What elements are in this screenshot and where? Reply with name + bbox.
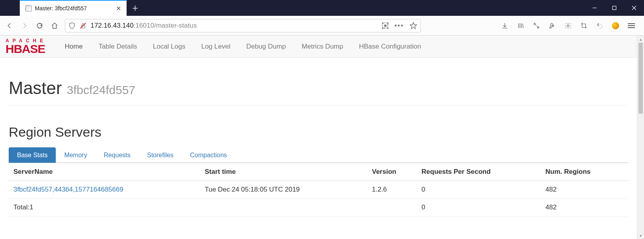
svg-rect-6: [382, 22, 384, 24]
cell-rps: 0: [418, 181, 542, 199]
extension-icon[interactable]: [612, 22, 619, 30]
bookmark-star-icon[interactable]: [409, 22, 417, 30]
total-regions: 482: [542, 199, 628, 216]
server-link[interactable]: 3fbcf24fd557,44364,1577164685669: [13, 186, 123, 193]
page-title-sub: 3fbcf24fd557: [67, 83, 135, 96]
insecure-lock-icon[interactable]: [80, 22, 87, 29]
scroll-thumb[interactable]: [638, 43, 643, 114]
svg-point-27: [567, 24, 569, 26]
svg-rect-12: [382, 26, 383, 26]
toolbar-right: [501, 22, 640, 30]
crop-icon[interactable]: [580, 22, 588, 30]
svg-rect-18: [387, 27, 389, 29]
nav-table-details[interactable]: Table Details: [91, 36, 145, 58]
scroll-down-arrow[interactable]: ▾: [637, 232, 644, 239]
scroll-up-arrow[interactable]: ▴: [637, 36, 644, 43]
window-close-button[interactable]: [624, 0, 644, 16]
window-maximize-button[interactable]: [604, 0, 624, 16]
page-title-main: Master: [9, 78, 62, 98]
col-starttime: Start time: [201, 163, 368, 181]
window-controls: [585, 0, 644, 16]
col-rps: Requests Per Second: [418, 163, 542, 181]
svg-line-26: [537, 26, 539, 28]
svg-rect-16: [384, 27, 385, 29]
hbase-navbar: APACHE HBASE Home Table Details Local Lo…: [0, 36, 637, 58]
svg-rect-15: [387, 26, 388, 26]
tab-memory[interactable]: Memory: [56, 147, 95, 163]
page-body: Master 3fbcf24fd557 Region Servers Base …: [0, 58, 637, 216]
svg-line-25: [534, 23, 536, 25]
window-titlebar: Master: 3fbcf24fd557 ✕ +: [0, 0, 644, 16]
hbase-logo[interactable]: APACHE HBASE: [6, 38, 47, 55]
page-content: APACHE HBASE Home Table Details Local Lo…: [0, 36, 637, 239]
url-bar[interactable]: 172.16.43.140:16010/master-status •••: [65, 19, 421, 32]
divider: [9, 105, 628, 105]
nav-debug-dump[interactable]: Debug Dump: [238, 36, 294, 58]
forward-button[interactable]: [17, 19, 32, 33]
downloads-icon[interactable]: [501, 22, 509, 30]
tab-title: Master: 3fbcf24fd557: [35, 5, 87, 11]
svg-rect-1: [613, 6, 616, 10]
tab-storefiles[interactable]: Storefiles: [139, 147, 182, 163]
url-host: 172.16.43.140: [91, 22, 134, 30]
home-button[interactable]: [47, 19, 62, 33]
tab-close-icon[interactable]: ✕: [114, 5, 123, 12]
reload-button[interactable]: [32, 19, 47, 33]
nav-local-logs[interactable]: Local Logs: [145, 36, 193, 58]
tab-requests[interactable]: Requests: [95, 147, 139, 163]
fullscreen-icon[interactable]: [532, 22, 540, 30]
cell-version: 1.2.6: [368, 181, 417, 199]
total-label: Total:1: [9, 199, 201, 216]
svg-marker-19: [410, 22, 417, 28]
total-rps: 0: [418, 199, 542, 216]
nav-log-level[interactable]: Log Level: [193, 36, 239, 58]
logo-bottom: HBASE: [6, 43, 47, 55]
table-header-row: ServerName Start time Version Requests P…: [9, 163, 628, 181]
browser-toolbar: 172.16.43.140:16010/master-status •••: [0, 16, 644, 36]
svg-rect-14: [387, 24, 389, 25]
page-title: Master 3fbcf24fd557: [9, 78, 628, 98]
wrench-icon[interactable]: [548, 22, 556, 30]
col-regions: Num. Regions: [542, 163, 628, 181]
tracking-shield-icon[interactable]: [68, 22, 76, 29]
section-region-servers: Region Servers: [9, 124, 628, 140]
nav-home[interactable]: Home: [57, 36, 91, 58]
nav-hbase-config[interactable]: HBase Configuration: [351, 36, 429, 58]
qr-icon[interactable]: [382, 22, 389, 29]
region-servers-table: ServerName Start time Version Requests P…: [9, 163, 628, 216]
tab-favicon: [25, 5, 32, 11]
svg-line-24: [523, 23, 523, 28]
svg-rect-10: [386, 22, 386, 23]
menu-button[interactable]: [627, 22, 635, 30]
svg-rect-8: [387, 22, 389, 24]
table-row: 3fbcf24fd557,44364,1577164685669 Tue Dec…: [9, 181, 628, 199]
cell-starttime: Tue Dec 24 05:18:05 UTC 2019: [201, 181, 368, 199]
region-server-tabs: Base Stats Memory Requests Storefiles Co…: [9, 147, 628, 163]
svg-rect-9: [384, 22, 385, 23]
cell-regions: 482: [542, 181, 628, 199]
svg-rect-11: [382, 24, 383, 25]
page-actions-icon[interactable]: •••: [394, 22, 404, 30]
svg-rect-13: [384, 24, 386, 26]
window-minimize-button[interactable]: [585, 0, 604, 16]
back-button[interactable]: [2, 19, 17, 33]
table-total-row: Total:1 0 482: [9, 199, 628, 216]
new-tab-button[interactable]: +: [127, 0, 144, 16]
svg-rect-17: [386, 27, 386, 28]
tab-compactions[interactable]: Compactions: [182, 147, 235, 163]
col-servername: ServerName: [9, 163, 201, 181]
tab-base-stats[interactable]: Base Stats: [9, 147, 56, 163]
library-icon[interactable]: [517, 22, 525, 30]
url-path: :16010/master-status: [134, 22, 197, 30]
vertical-scrollbar[interactable]: ▴ ▾: [637, 36, 644, 239]
browser-viewport: APACHE HBASE Home Table Details Local Lo…: [0, 36, 644, 239]
undo-icon[interactable]: [596, 22, 604, 30]
nav-metrics-dump[interactable]: Metrics Dump: [294, 36, 351, 58]
url-text: 172.16.43.140:16010/master-status: [91, 22, 378, 30]
col-version: Version: [368, 163, 417, 181]
gear-icon[interactable]: [564, 22, 572, 30]
browser-tab-active[interactable]: Master: 3fbcf24fd557 ✕: [20, 0, 127, 16]
svg-rect-7: [382, 27, 384, 29]
